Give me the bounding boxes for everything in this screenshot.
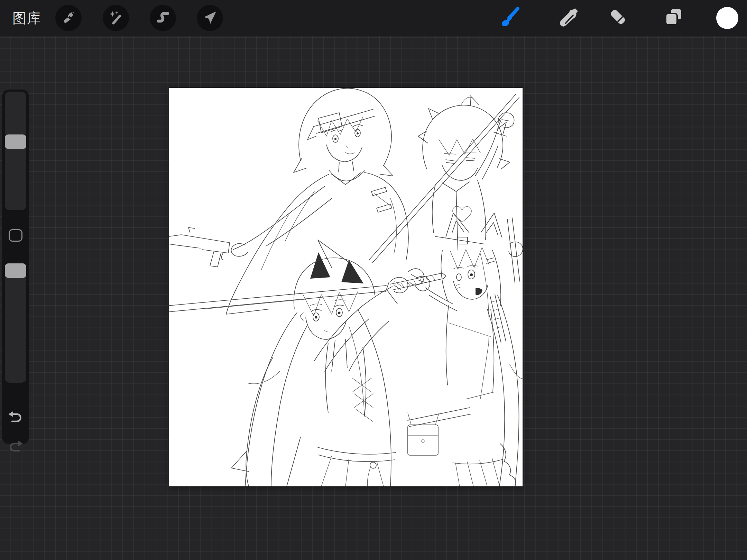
erase-tool-button[interactable]: [605, 5, 631, 31]
artwork-drawing: [169, 88, 523, 486]
selection-button[interactable]: [150, 5, 176, 31]
gallery-button[interactable]: 图库: [12, 0, 42, 36]
undo-button[interactable]: [8, 410, 24, 425]
eraser-icon: [607, 6, 629, 30]
sidebar-tool-rail: [2, 90, 29, 444]
current-color-swatch[interactable]: [716, 7, 738, 29]
smudge-tool-button[interactable]: [556, 5, 582, 31]
smudge-finger-icon: [558, 6, 580, 30]
brush-size-slider[interactable]: [5, 92, 26, 210]
transform-arrow-icon: [202, 10, 218, 26]
transform-button[interactable]: [197, 5, 223, 31]
artboard[interactable]: [169, 88, 523, 486]
redo-icon: [8, 449, 24, 455]
paint-tool-button[interactable]: [497, 5, 523, 31]
opacity-slider[interactable]: [5, 263, 26, 383]
opacity-slider-handle[interactable]: [5, 263, 26, 278]
adjustments-button[interactable]: [103, 5, 129, 31]
undo-icon: [8, 420, 24, 426]
selection-s-icon: [155, 10, 170, 26]
magic-wand-icon: [108, 10, 123, 26]
modify-button[interactable]: [9, 229, 22, 242]
actions-button[interactable]: [55, 5, 82, 31]
top-toolbar: 图库: [0, 0, 747, 36]
layers-icon: [662, 6, 684, 30]
brush-size-slider-handle[interactable]: [5, 134, 26, 149]
brush-icon: [499, 6, 521, 30]
redo-button[interactable]: [8, 440, 24, 454]
layers-button[interactable]: [660, 5, 686, 31]
wrench-icon: [61, 10, 76, 26]
canvas-workspace[interactable]: [0, 36, 747, 560]
